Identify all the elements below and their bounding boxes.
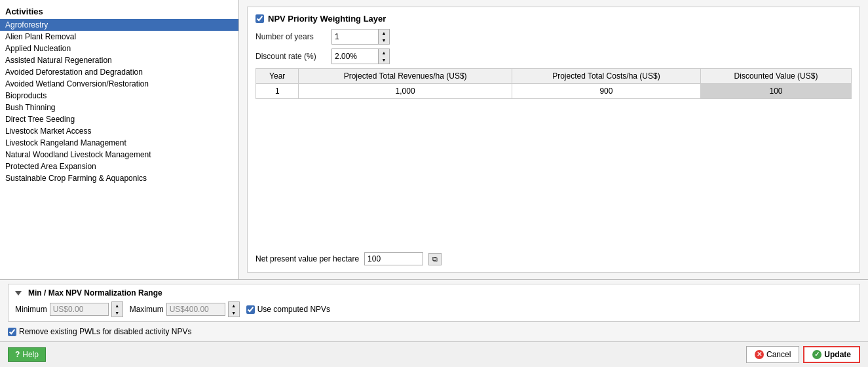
- left-panel: Activities AgroforestryAlien Plant Remov…: [0, 0, 239, 279]
- npv-value-input[interactable]: 100: [364, 252, 423, 265]
- cancel-button[interactable]: ✕ Cancel: [746, 346, 799, 363]
- max-spin-buttons: ▲ ▼: [228, 301, 240, 317]
- use-computed-text: Use computed NPVs: [257, 305, 330, 314]
- min-spin-buttons: ▲ ▼: [111, 301, 123, 317]
- discount-spin-buttons: ▲ ▼: [378, 49, 389, 64]
- activity-item[interactable]: Sustainable Crop Farming & Aquaponics: [0, 172, 238, 184]
- minimum-group: Minimum US$0.00 ▲ ▼: [15, 301, 123, 317]
- years-spin-down[interactable]: ▼: [379, 37, 389, 44]
- cancel-icon: ✕: [755, 350, 764, 359]
- activity-item[interactable]: Bioproducts: [0, 90, 238, 102]
- cancel-label: Cancel: [766, 350, 791, 359]
- remove-pwl-label: Remove existing PWLs for disabled activi…: [19, 327, 191, 336]
- cell-year: 1: [256, 84, 299, 99]
- copy-button[interactable]: ⧉: [428, 253, 442, 265]
- update-button[interactable]: ✓ Update: [803, 346, 860, 363]
- activity-item[interactable]: Livestock Rangeland Management: [0, 137, 238, 149]
- bottom-area: Min / Max NPV Normalization Range Minimu…: [0, 279, 868, 341]
- help-label: Help: [22, 350, 39, 359]
- use-computed-checkbox[interactable]: [246, 305, 255, 314]
- years-spin-up[interactable]: ▲: [379, 29, 389, 37]
- npv-table: Year Projected Total Revenues/ha (US$) P…: [255, 68, 852, 99]
- discount-spin-down[interactable]: ▼: [379, 56, 389, 64]
- activity-item[interactable]: Bush Thinning: [0, 102, 238, 113]
- number-of-years-label: Number of years: [255, 32, 328, 41]
- activity-item[interactable]: Alien Plant Removal: [0, 31, 238, 43]
- discount-spin-up[interactable]: ▲: [379, 49, 389, 56]
- cell-revenues: 1,000: [299, 84, 512, 99]
- minimum-label: Minimum: [15, 305, 47, 314]
- maximum-input: US$400.00: [166, 303, 225, 316]
- collapse-icon[interactable]: [15, 291, 22, 296]
- update-icon: ✓: [812, 350, 821, 359]
- normalization-section: Min / Max NPV Normalization Range Minimu…: [8, 284, 860, 322]
- npv-header-title: NPV Priority Weighting Layer: [268, 14, 386, 24]
- activity-item[interactable]: Applied Nucleation: [0, 43, 238, 54]
- table-row: 1 1,000 900 100: [256, 84, 852, 99]
- npv-footer: Net present value per hectare 100 ⧉: [255, 252, 852, 265]
- normalization-title: Min / Max NPV Normalization Range: [28, 288, 162, 298]
- max-spin-up[interactable]: ▲: [229, 302, 239, 309]
- activity-item[interactable]: Protected Area Expansion: [0, 161, 238, 172]
- npv-footer-label: Net present value per hectare: [255, 254, 359, 263]
- col-discounted: Discounted Value (US$): [701, 69, 852, 84]
- discount-rate-label: Discount rate (%): [255, 52, 328, 61]
- activity-item[interactable]: Natural Woodland Livestock Management: [0, 149, 238, 161]
- discount-rate-input[interactable]: 2.00% ▲ ▼: [331, 48, 390, 64]
- help-icon: ?: [15, 350, 20, 359]
- col-revenues: Projected Total Revenues/ha (US$): [299, 69, 512, 84]
- normalization-header: Min / Max NPV Normalization Range: [15, 288, 853, 298]
- update-label: Update: [824, 350, 851, 359]
- remove-pwl-row: Remove existing PWLs for disabled activi…: [8, 326, 860, 338]
- maximum-label: Maximum: [130, 305, 164, 314]
- cell-costs: 900: [512, 84, 700, 99]
- remove-pwl-checkbox[interactable]: [8, 328, 16, 336]
- minimum-input: US$0.00: [50, 303, 109, 316]
- use-computed-label[interactable]: Use computed NPVs: [246, 305, 330, 314]
- activities-title: Activities: [0, 5, 238, 19]
- number-of-years-input[interactable]: 1 ▲ ▼: [331, 29, 390, 45]
- activity-item[interactable]: Avoided Deforestation and Degradation: [0, 66, 238, 78]
- maximum-group: Maximum US$400.00 ▲ ▼: [130, 301, 240, 317]
- right-panel: NPV Priority Weighting Layer Number of y…: [239, 0, 868, 279]
- col-costs: Projected Total Costs/ha (US$): [512, 69, 700, 84]
- npv-checkbox[interactable]: [255, 14, 264, 23]
- number-of-years-row: Number of years 1 ▲ ▼: [255, 29, 852, 45]
- activity-item[interactable]: Assisted Natural Regeneration: [0, 54, 238, 66]
- activity-item[interactable]: Direct Tree Seeding: [0, 113, 238, 125]
- activity-item[interactable]: Agroforestry: [0, 19, 238, 31]
- discount-rate-field[interactable]: 2.00%: [332, 50, 378, 62]
- help-button[interactable]: ? Help: [8, 347, 46, 362]
- max-spin-down[interactable]: ▼: [229, 309, 239, 317]
- npv-header: NPV Priority Weighting Layer: [255, 14, 852, 24]
- copy-icon: ⧉: [432, 255, 438, 263]
- discount-rate-row: Discount rate (%) 2.00% ▲ ▼: [255, 48, 852, 64]
- normalization-controls: Minimum US$0.00 ▲ ▼ Maximum US$400.00 ▲ …: [15, 301, 853, 317]
- action-buttons: ✕ Cancel ✓ Update: [746, 346, 860, 363]
- npv-section: NPV Priority Weighting Layer Number of y…: [247, 7, 860, 273]
- activity-item[interactable]: Livestock Market Access: [0, 125, 238, 137]
- activities-list: AgroforestryAlien Plant RemovalApplied N…: [0, 19, 238, 279]
- min-spin-up[interactable]: ▲: [112, 302, 123, 309]
- bottom-bar: ? Help ✕ Cancel ✓ Update: [0, 341, 868, 367]
- activity-item[interactable]: Avoided Wetland Conversion/Restoration: [0, 78, 238, 90]
- cell-discounted: 100: [701, 84, 852, 99]
- min-spin-down[interactable]: ▼: [112, 309, 123, 317]
- table-wrapper: Year Projected Total Revenues/ha (US$) P…: [255, 68, 852, 244]
- col-year: Year: [256, 69, 299, 84]
- number-of-years-field[interactable]: 1: [332, 31, 378, 43]
- years-spin-buttons: ▲ ▼: [378, 29, 389, 44]
